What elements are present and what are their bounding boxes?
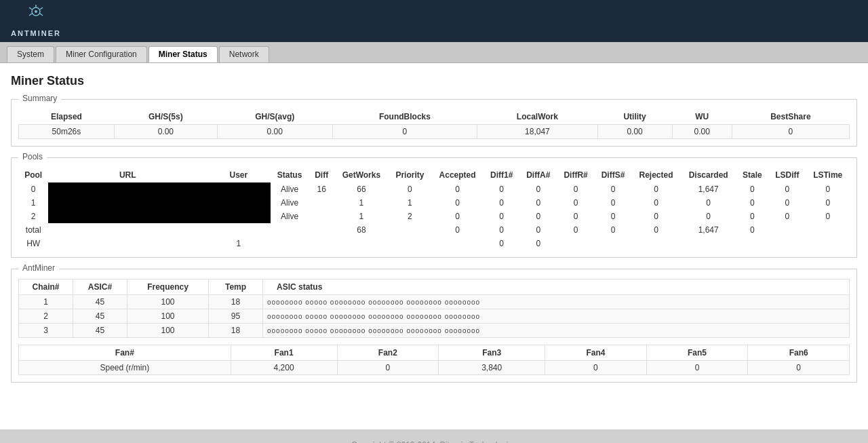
pools-total-diff	[309, 223, 334, 237]
pools-hw-url	[48, 237, 207, 250]
pools-hw-diff1: 0	[484, 237, 519, 250]
footer-text: Copyright © 2013-2014, Bitmain Technolog…	[351, 440, 517, 443]
pool-2-lstime: 0	[806, 210, 850, 223]
pools-header-accepted: Accepted	[431, 168, 484, 182]
svg-line-5	[40, 14, 43, 16]
pool-1-status: Alive	[271, 196, 309, 210]
pools-header-user: User	[207, 168, 270, 182]
pools-total-getworks: 68	[334, 223, 389, 237]
chain-2-status: oooooooo ooooo oooooooo oooooooo ooooooo…	[263, 309, 850, 324]
antminer-chain-table: Chain# ASIC# Frequency Temp ASIC status …	[18, 279, 850, 338]
summary-section: Summary Elapsed GH/S(5s) GH/S(avg) Found…	[11, 99, 857, 147]
summary-ghsavg: 0.00	[217, 125, 332, 139]
pool-1-diffr: 0	[557, 196, 594, 210]
logo-text: ANTMINER	[11, 29, 61, 37]
chain-3-temp: 18	[209, 324, 263, 338]
pools-header-status: Status	[271, 168, 309, 182]
chain-1-status: oooooooo ooooo oooooooo oooooooo ooooooo…	[263, 295, 850, 309]
pools-hw-diffr	[557, 237, 594, 250]
fan-table: Fan# Fan1 Fan2 Fan3 Fan4 Fan5 Fan6 Speed…	[18, 345, 850, 375]
pools-total-status	[271, 223, 309, 237]
table-row: 1 45 100 18 oooooooo ooooo oooooooo oooo…	[19, 295, 850, 309]
fan-speed-fan2: 0	[337, 361, 439, 375]
pools-total-priority	[389, 223, 431, 237]
pools-header-url: URL	[48, 168, 207, 182]
pool-2-priority: 2	[389, 210, 431, 223]
pool-1-url	[48, 196, 207, 210]
pools-total-diffr: 0	[557, 223, 594, 237]
pools-header-getworks: GetWorks	[334, 168, 389, 182]
fan-speed-label: Speed (r/min)	[19, 361, 231, 375]
chain-2-asic: 45	[73, 309, 127, 324]
footer: Copyright © 2013-2014, Bitmain Technolog…	[0, 429, 868, 443]
fan-header-fan4: Fan4	[545, 345, 647, 361]
pools-hw-stale	[736, 237, 769, 250]
antminer-header-status: ASIC status	[263, 280, 850, 295]
pools-total-stale: 0	[736, 223, 769, 237]
pools-header-lsdiff: LSDiff	[768, 168, 806, 182]
pools-total-discarded: 1,647	[681, 223, 736, 237]
pools-hw-getworks	[334, 237, 389, 250]
pool-0-discarded: 1,647	[681, 182, 736, 196]
pool-2-discarded: 0	[681, 210, 736, 223]
svg-line-4	[29, 14, 32, 16]
table-row: 2 45 100 95 oooooooo ooooo oooooooo oooo…	[19, 309, 850, 324]
table-row: 1 Alive 1 1 0 0 0 0 0 0 0 0 0 0	[18, 196, 850, 210]
pool-1-diff	[309, 196, 334, 210]
pool-2-diff	[309, 210, 334, 223]
chain-2-id: 2	[19, 309, 73, 324]
pools-hw-accepted	[431, 237, 484, 250]
fan-speed-fan3: 3,840	[439, 361, 545, 375]
pool-0-rejected: 0	[631, 182, 680, 196]
antminer-header-asic: ASIC#	[73, 280, 127, 295]
summary-header-ghsavg: GH/S(avg)	[217, 109, 332, 125]
pool-1-discarded: 0	[681, 196, 736, 210]
summary-wu: 0.00	[672, 125, 732, 139]
pool-0-status: Alive	[271, 182, 309, 196]
pool-0-getworks: 66	[334, 182, 389, 196]
summary-legend: Summary	[18, 94, 61, 103]
pools-hw-discarded	[681, 237, 736, 250]
pools-total-diffs: 0	[595, 223, 632, 237]
fan-header-fan2: Fan2	[337, 345, 439, 361]
fan-header-fan1: Fan1	[231, 345, 337, 361]
chain-1-temp: 18	[209, 295, 263, 309]
pool-2-diff1: 0	[484, 210, 519, 223]
pools-total-lstime	[806, 223, 850, 237]
pools-header-stale: Stale	[736, 168, 769, 182]
pool-1-stale: 0	[736, 196, 769, 210]
table-row: Speed (r/min) 4,200 0 3,840 0 0 0	[19, 361, 850, 375]
fan-header-num: Fan#	[19, 345, 231, 361]
pool-2-getworks: 1	[334, 210, 389, 223]
summary-header-bestshare: BestShare	[732, 109, 849, 125]
pool-1-diffs: 0	[595, 196, 632, 210]
pools-hw-lstime	[806, 237, 850, 250]
tab-network[interactable]: Network	[219, 46, 269, 62]
pool-0-priority: 0	[389, 182, 431, 196]
pools-hw-status	[271, 237, 309, 250]
pools-legend: Pools	[18, 152, 47, 161]
chain-1-id: 1	[19, 295, 73, 309]
header: ANTMINER	[0, 0, 868, 42]
pool-0-lstime: 0	[806, 182, 850, 196]
summary-header-localwork: LocalWork	[477, 109, 597, 125]
pool-1-diffa: 0	[519, 196, 557, 210]
fan-header-fan5: Fan5	[646, 345, 748, 361]
pools-section: Pools Pool URL User Status Diff GetWorks…	[11, 157, 857, 258]
pool-1-rejected: 0	[631, 196, 680, 210]
tab-miner-status[interactable]: Miner Status	[149, 46, 218, 62]
chain-2-freq: 100	[127, 309, 209, 324]
pool-0-stale: 0	[736, 182, 769, 196]
pools-header-diffa: DiffA#	[519, 168, 557, 182]
pools-total-diff1: 0	[484, 223, 519, 237]
pool-2-accepted: 0	[431, 210, 484, 223]
pool-1-diff1: 0	[484, 196, 519, 210]
tab-system[interactable]: System	[7, 46, 54, 62]
fan-header-fan6: Fan6	[748, 345, 850, 361]
pool-1-lsdiff: 0	[768, 196, 806, 210]
tab-miner-configuration[interactable]: Miner Configuration	[56, 46, 147, 62]
pool-0-user	[207, 182, 270, 196]
pools-total-row: total 68 0 0 0 0 0 0 1,647 0	[18, 223, 850, 237]
pool-0-diffs: 0	[595, 182, 632, 196]
summary-table: Elapsed GH/S(5s) GH/S(avg) FoundBlocks L…	[18, 109, 850, 139]
